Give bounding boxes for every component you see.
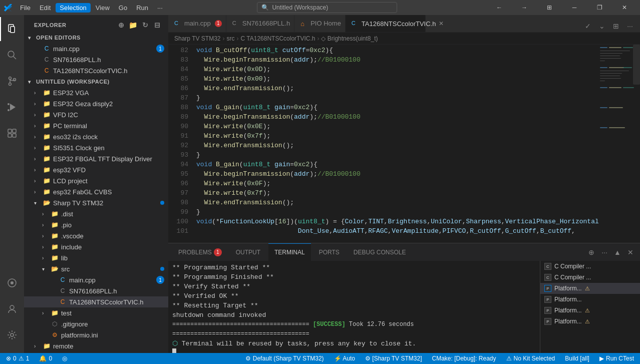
terminal-tab-output[interactable]: OUTPUT <box>230 243 266 261</box>
tree-lcd[interactable]: › 📁 LCD project <box>24 175 168 186</box>
menu-edit[interactable]: Edit <box>36 3 55 13</box>
terminal-tab-ports[interactable]: PORTS <box>313 243 346 261</box>
tab-pio-home[interactable]: ⌂ PIO Home <box>294 15 346 32</box>
tree-test[interactable]: › 📁 test <box>24 307 168 318</box>
tab-ta-close[interactable]: ✕ <box>439 19 444 28</box>
breadcrumb-symbol[interactable]: ◇ Brightness(uint8_t) <box>321 35 378 42</box>
activity-source-control[interactable] <box>0 69 24 93</box>
status-build[interactable]: Build [all] <box>563 353 591 364</box>
activity-remote[interactable] <box>0 271 24 295</box>
breadcrumb-src[interactable]: src <box>226 35 234 42</box>
refresh-btn[interactable]: ↻ <box>140 20 150 30</box>
status-errors[interactable]: ⊗ 0 ⚠ 1 <box>4 353 31 364</box>
new-file-btn[interactable]: ⊕ <box>116 20 126 30</box>
workspace-section[interactable]: ▾ Untitled (Workspace) <box>24 76 168 87</box>
status-notification[interactable]: 🔔 0 <box>37 353 54 364</box>
breadcrumb-workspace[interactable]: Sharp TV STM32 <box>174 35 220 42</box>
menu-file[interactable]: File <box>16 3 35 13</box>
tree-platformio-ini[interactable]: ⚙ platformio.ini <box>24 329 168 340</box>
global-search[interactable]: 🔍 Untitled (Workspace) <box>257 2 397 13</box>
tree-dist[interactable]: › 📁 .dist <box>24 208 168 219</box>
code-line-87: } <box>196 93 599 103</box>
tab-action-check[interactable]: ✓ <box>582 20 594 32</box>
tab-action-split[interactable]: ⊞ <box>610 20 622 32</box>
tree-lib[interactable]: › 📁 lib <box>24 252 168 263</box>
tree-esp32-geza[interactable]: › 📁 ESP32 Geza disply2 <box>24 98 168 109</box>
tree-esp32-vfd[interactable]: › 📁 esp32 VFD <box>24 164 168 175</box>
activity-run-debug[interactable] <box>0 95 24 119</box>
tree-pio[interactable]: › 📁 .pio <box>24 219 168 230</box>
code-content[interactable]: void B_cutOff(uint8_t cutOff=0xc2){ Wire… <box>192 45 599 243</box>
menu-selection[interactable]: Selection <box>56 3 90 13</box>
terminal-tab-debug[interactable]: DEBUG CONSOLE <box>348 243 412 261</box>
tree-pc-terminal[interactable]: › 📁 PC terminal <box>24 120 168 131</box>
nav-forward[interactable]: → <box>513 0 536 15</box>
open-editor-main-cpp[interactable]: C main.cpp 1 <box>24 43 168 54</box>
tree-esp32-fabgl[interactable]: › 📁 esp32 FabGL CVBS <box>24 186 168 197</box>
terminal-maximize-btn[interactable]: ▲ <box>612 247 623 258</box>
status-remote-ssh[interactable]: ◎ <box>60 353 69 364</box>
status-sharp-tv[interactable]: ⚙ [Sharp TV STM32] <box>363 353 424 364</box>
status-cmake[interactable]: CMake: [Debug]: Ready <box>430 353 498 364</box>
terminal-side-item-2[interactable]: C C Compiler ... <box>540 272 640 283</box>
menu-go[interactable]: Go <box>115 3 131 13</box>
status-no-kit[interactable]: ⚠ No Kit Selected <box>504 353 557 364</box>
layout-toggle[interactable]: ⊞ <box>538 0 561 15</box>
breadcrumb-file[interactable]: C TA1268NTSCcolorTVIC.h <box>240 35 315 42</box>
activity-search[interactable] <box>0 43 24 67</box>
minimize-button[interactable]: ─ <box>563 0 586 15</box>
tree-gitignore[interactable]: ⬡ .gitignore <box>24 318 168 329</box>
terminal-new-btn[interactable]: ⊕ <box>586 247 597 258</box>
tab-main-cpp[interactable]: C main.cpp 1 <box>168 15 226 32</box>
tree-src[interactable]: ▾ 📂 src <box>24 263 168 274</box>
menu-more[interactable]: ··· <box>153 3 167 13</box>
tree-vfd-i2c[interactable]: › 📁 VFD I2C <box>24 109 168 120</box>
open-editors-section[interactable]: ▾ Open Editors <box>24 32 168 43</box>
tree-include[interactable]: › 📁 include <box>24 241 168 252</box>
tree-esp32-fbgal[interactable]: › 📁 ESP32 FBGAL TFT Display Driver <box>24 153 168 164</box>
tab-action-more[interactable]: ··· <box>624 20 636 32</box>
new-folder-btn[interactable]: 📁 <box>128 20 138 30</box>
tree-main-cpp[interactable]: C main.cpp 1 <box>24 274 168 285</box>
tree-eso32[interactable]: › 📁 eso32 i2s clock <box>24 131 168 142</box>
tab-sn-h[interactable]: C SN761668PLL.h <box>226 15 294 32</box>
terminal-more-btn[interactable]: ··· <box>599 247 610 258</box>
tree-si5351[interactable]: › 📁 SI5351 Clock gen <box>24 142 168 153</box>
close-button[interactable]: ✕ <box>613 0 636 15</box>
activity-settings[interactable] <box>0 323 24 347</box>
tree-remote[interactable]: › 📁 remote <box>24 340 168 351</box>
terminal-side-item-4[interactable]: P Platform... <box>540 294 640 305</box>
tree-sn-h[interactable]: C SN761668PLL.h <box>24 285 168 296</box>
tree-esp32-vga[interactable]: › 📁 ESP32 VGA <box>24 87 168 98</box>
tab-action-chevron[interactable]: ⌄ <box>596 20 608 32</box>
status-auto[interactable]: ⚡ Auto <box>332 353 357 364</box>
menu-run[interactable]: Run <box>132 3 152 13</box>
menu-view[interactable]: View <box>92 3 114 13</box>
activity-extensions[interactable] <box>0 121 24 145</box>
terminal-side-item-5[interactable]: P Platform... ⚠ <box>540 305 640 316</box>
nav-back[interactable]: ← <box>488 0 511 15</box>
status-platform-default[interactable]: ⚙ Default (Sharp TV STM32) <box>243 353 326 364</box>
tree-ta-h[interactable]: C TA1268NTSCcolorTVIC.h <box>24 296 168 307</box>
tab-ta-h[interactable]: C TA1268NTSCcolorTVIC.h ✕ <box>346 15 426 32</box>
activity-explorer[interactable] <box>0 17 24 41</box>
tree-sharp-tv[interactable]: ▾ 📂 Sharp TV STM32 <box>24 197 168 208</box>
restore-button[interactable]: ❐ <box>588 0 611 15</box>
svg-rect-38 <box>600 73 622 74</box>
terminal-tab-problems[interactable]: PROBLEMS 1 <box>172 243 228 261</box>
terminal-tab-terminal[interactable]: TERMINAL <box>268 243 311 261</box>
terminal-side-item-3[interactable]: P Platform... ⚠ <box>540 283 640 294</box>
open-editor-ta-h[interactable]: C TA1268NTSCcolorTVIC.h <box>24 65 168 76</box>
terminal-side-item-6[interactable]: P Platform... ⚠ <box>540 316 640 327</box>
terminal-output[interactable]: ** Programming Started ** ** Programming… <box>168 261 540 353</box>
status-run-ctest[interactable]: ▶ Run CTest <box>597 353 636 364</box>
open-editor-sn-h[interactable]: C SN761668PLL.h <box>24 54 168 65</box>
svg-rect-12 <box>8 134 12 137</box>
tree-vscode[interactable]: › 📁 .vscode <box>24 230 168 241</box>
svg-rect-1 <box>11 27 15 33</box>
collapse-all-btn[interactable]: ⊟ <box>152 20 162 30</box>
activity-account[interactable] <box>0 297 24 321</box>
terminal-close-btn[interactable]: ✕ <box>625 247 636 258</box>
tab-cpp-icon: C <box>174 20 181 27</box>
terminal-side-item-1[interactable]: C C Compiler ... <box>540 261 640 272</box>
